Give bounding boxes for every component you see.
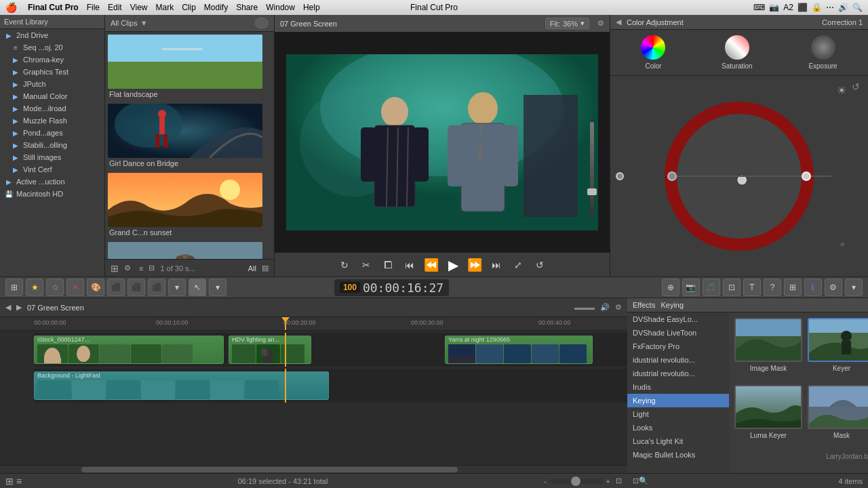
photo-button[interactable]: 📷 (682, 279, 700, 296)
event-viewer-button[interactable]: ⊞ (5, 279, 23, 296)
effect-item-looks[interactable]: Looks (627, 421, 729, 434)
effect-item-industrial2[interactable]: idustrial revolutio... (627, 367, 729, 380)
color-tool-color[interactable]: Color (641, 35, 665, 70)
view-toggle-icon-1[interactable]: ⊞ (5, 476, 14, 487)
sidebar-item-stabil[interactable]: ▶ Stabili...olling (0, 139, 104, 151)
fullscreen-button[interactable]: ⤢ (510, 257, 526, 273)
sidebar-item-jputch[interactable]: ▶ JPutch (0, 78, 104, 90)
effect-item-industrial1[interactable]: idustrial revolutio... (627, 353, 729, 367)
horiz-slider-left-thumb[interactable] (616, 172, 624, 180)
clip-button[interactable]: ⧠ (380, 257, 396, 273)
step-forward-button[interactable]: ⏩ (467, 257, 483, 273)
reject-button[interactable]: ✕ (66, 279, 84, 296)
timeline-audio-icon[interactable]: 🔊 (600, 303, 610, 312)
clip-item-girl[interactable]: Girl Dance on Bridge (108, 104, 271, 167)
share-menu[interactable]: Share (236, 3, 258, 12)
clip-item-grand[interactable]: Grand C...n sunset (108, 173, 271, 237)
sidebar-item-pond[interactable]: ▶ Pond...ages (0, 127, 104, 139)
sidebar-item-manual[interactable]: ▶ Manual Color (0, 90, 104, 102)
clips-action-icon[interactable]: ▤ (262, 264, 269, 272)
app-name-menu[interactable]: Final Cut Pro (28, 3, 79, 12)
loop-button[interactable]: ↻ (336, 257, 353, 273)
sidebar-item-2nd-drive[interactable]: ▶ 2nd Drive (0, 29, 104, 41)
more-button[interactable]: ▾ (168, 279, 186, 296)
clip-yarra[interactable]: Yarra at night 1290565 (445, 336, 593, 364)
effect-item-fxfactory[interactable]: FxFactory Pro (627, 340, 729, 353)
playhead[interactable] (285, 317, 286, 330)
zoom-slider-track[interactable] (549, 479, 604, 484)
zoom-out-icon[interactable]: - (544, 477, 547, 485)
clip-hdv[interactable]: HDV lighting an... (229, 336, 311, 364)
help-menu[interactable]: Help (303, 3, 320, 12)
add-marker-button[interactable]: ★ (26, 279, 43, 296)
edit-menu[interactable]: Edit (108, 3, 122, 12)
composite-button[interactable]: ⬛ (148, 279, 165, 296)
zoom-button[interactable]: ⊕ (662, 279, 679, 296)
timeline-back-icon[interactable]: ◀ (5, 303, 11, 312)
sidebar-item-muzzle[interactable]: ▶ Muzzle Flash (0, 115, 104, 127)
effect-thumb-image-mask[interactable]: Image Mask (734, 318, 802, 380)
sidebar-item-chroma[interactable]: ▶ Chroma-key (0, 54, 104, 66)
apple-menu[interactable]: 🍎 (5, 2, 17, 13)
clip-istock[interactable]: iStock_00001247... (34, 336, 224, 364)
viewer-fit-control[interactable]: Fit: 36% ▾ (545, 18, 589, 29)
color-tool-exposure[interactable]: Exposure (808, 35, 837, 70)
wheel-right-handle[interactable] (802, 171, 811, 181)
scrollbar-thumb[interactable] (81, 467, 458, 472)
viewer-settings-icon[interactable]: ⚙ (597, 19, 604, 28)
wheel-left-handle[interactable] (667, 171, 677, 181)
question-button[interactable]: ? (764, 279, 781, 296)
effect-item-dvshade-easy[interactable]: DVShade EasyLo... (627, 312, 729, 326)
effects-toggle-icon[interactable]: ⊡ (633, 476, 639, 485)
color-wheel[interactable] (665, 102, 814, 251)
effect-item-magic-bullet[interactable]: Magic Bullet Looks (627, 448, 729, 462)
select-tool[interactable]: ↖ (189, 279, 206, 296)
chevron-down-icon[interactable]: ▼ (140, 19, 148, 27)
skip-forward-button[interactable]: ⏭ (488, 257, 505, 273)
refresh-button[interactable]: ↺ (532, 257, 548, 273)
mark-menu[interactable]: Mark (156, 3, 174, 12)
effect-thumb-keyer[interactable]: Keyer (808, 318, 868, 380)
audio-button[interactable]: ⬛ (107, 279, 125, 296)
generator-button[interactable]: ⊡ (723, 279, 741, 296)
view-toggle-icon-2[interactable]: ≡ (16, 476, 22, 487)
grid-view-button[interactable]: ⊞ (111, 263, 119, 274)
left-slider[interactable] (590, 122, 594, 230)
audio-icon-btn[interactable]: 🎵 (703, 279, 720, 296)
ratings-button[interactable]: ☆ (46, 279, 64, 296)
effect-item-lucas-light[interactable]: Luca's Light Kit (627, 434, 729, 448)
clip-item-bear[interactable]: Bear clip (108, 242, 271, 259)
sidebar-item-hd[interactable]: 💾 Macintosh HD (0, 188, 104, 200)
effect-item-keying[interactable]: Keying (627, 394, 729, 407)
play-button[interactable]: ▶ (445, 257, 461, 273)
effect-thumb-luma-keyer[interactable]: Luma Keyer (734, 385, 802, 447)
zoom-in-icon[interactable]: + (606, 477, 610, 485)
timeline-settings-icon[interactable]: ⚙ (615, 303, 622, 312)
sidebar-item-seq[interactable]: ≡ Seq ...oj. 20 (0, 41, 104, 54)
clip-menu[interactable]: Clip (182, 3, 196, 12)
sidebar-item-still[interactable]: ▶ Still images (0, 151, 104, 163)
clips-search-input[interactable] (255, 18, 269, 28)
sidebar-item-active[interactable]: ▶ Active ...uction (0, 176, 104, 188)
timeline-play-icon[interactable]: ▶ (16, 303, 22, 312)
fit-timeline-icon[interactable]: ⊡ (616, 476, 622, 485)
settings-icon[interactable]: ⚙ (124, 264, 131, 272)
view-toggle-grid[interactable]: ⊟ (149, 264, 155, 272)
tool-more[interactable]: ▾ (209, 279, 226, 296)
sidebar-item-vint[interactable]: ▶ Vint Cerf (0, 163, 104, 176)
window-menu[interactable]: Window (266, 3, 295, 12)
zoom-slider-thumb[interactable] (571, 476, 580, 486)
inspector-button[interactable]: ℹ (804, 279, 822, 296)
step-back-button[interactable]: ⏪ (423, 257, 439, 273)
view-menu[interactable]: View (130, 3, 148, 12)
effects-search-icon[interactable]: 🔍 (639, 476, 648, 485)
trim-button[interactable]: ✂ (358, 257, 374, 273)
settings-btn[interactable]: ⚙ (825, 279, 842, 296)
title-button[interactable]: T (743, 279, 761, 296)
skip-back-button[interactable]: ⏮ (401, 257, 418, 273)
color-tool-saturation[interactable]: Saturation (722, 35, 753, 70)
video-button[interactable]: ⬛ (127, 279, 145, 296)
transform-button[interactable]: ⊞ (784, 279, 802, 296)
color-correct-button[interactable]: 🎨 (87, 279, 104, 296)
effect-item-dvshade-live[interactable]: DVShade LiveToon (627, 326, 729, 340)
